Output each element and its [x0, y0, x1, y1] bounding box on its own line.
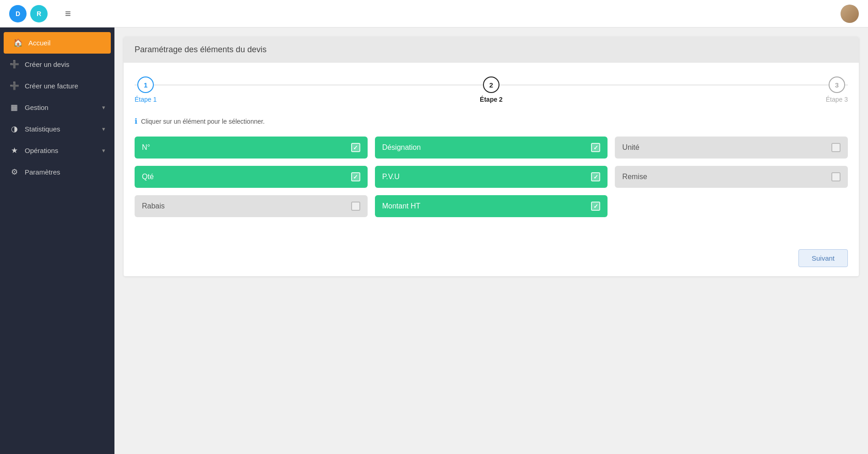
- avatar[interactable]: [841, 5, 859, 23]
- toggle-item-rabais[interactable]: Rabais: [135, 195, 368, 217]
- step-circle-2: 2: [483, 77, 499, 93]
- toggle-item-montant-ht[interactable]: Montant HT: [375, 195, 608, 217]
- sidebar-item-accueil[interactable]: 🏠 Accueil: [4, 32, 111, 54]
- step-circle-3: 3: [829, 77, 845, 93]
- creer-devis-icon: ➕: [9, 60, 19, 69]
- accueil-icon: 🏠: [13, 38, 23, 48]
- logo-area: D R ≡: [9, 5, 71, 22]
- step-circle-1: 1: [137, 77, 154, 93]
- stepper-steps: 1 Étape 1 2 Étape 2 3 Étape 3: [135, 77, 848, 103]
- toggle-label-remise: Remise: [622, 173, 647, 181]
- logo-d: D: [9, 5, 27, 22]
- gestion-arrow: ▾: [102, 104, 105, 111]
- operations-icon: ★: [9, 146, 19, 155]
- content-area: Paramétrage des éléments du devis 1 Étap…: [114, 27, 868, 454]
- toggle-label-rabais: Rabais: [142, 202, 165, 210]
- parametres-label: Paramètres: [25, 168, 105, 176]
- gestion-icon: ▦: [9, 103, 19, 112]
- toggle-item-remise[interactable]: Remise: [615, 166, 848, 188]
- toggle-checkbox-pvu: [591, 172, 600, 181]
- toggle-item-pvu[interactable]: P.V.U: [375, 166, 608, 188]
- sidebar-item-operations[interactable]: ★ Opérations ▾: [0, 140, 114, 161]
- step-2: 2 Étape 2: [480, 77, 503, 103]
- sidebar-item-statistiques[interactable]: ◑ Statistiques ▾: [0, 118, 114, 140]
- info-text: Cliquer sur un élément pour le sélection…: [141, 118, 265, 125]
- toggle-label-numero: N°: [142, 143, 150, 152]
- step-label-1: Étape 1: [135, 96, 157, 103]
- logo-r: R: [30, 5, 48, 22]
- step-1: 1 Étape 1: [135, 77, 157, 103]
- info-icon: ℹ: [135, 117, 137, 126]
- statistiques-icon: ◑: [9, 124, 19, 134]
- toggle-label-unite: Unité: [622, 143, 639, 152]
- toggle-item-numero[interactable]: N°: [135, 137, 368, 159]
- toggle-label-designation: Désignation: [382, 143, 421, 152]
- toggle-item-unite[interactable]: Unité: [615, 137, 848, 159]
- toggle-grid: N° Désignation Unité Qté P.V.U Remise Ra…: [135, 137, 848, 217]
- toggle-label-montant-ht: Montant HT: [382, 202, 421, 210]
- operations-label: Opérations: [25, 147, 97, 154]
- page-title: Paramétrage des éléments du devis: [135, 45, 266, 54]
- hamburger-menu[interactable]: ≡: [65, 8, 71, 20]
- toggle-checkbox-montant-ht: [591, 202, 600, 211]
- toggle-label-qte: Qté: [142, 173, 154, 181]
- page-header: Paramétrage des éléments du devis: [124, 37, 859, 63]
- toggle-checkbox-qte: [351, 172, 360, 181]
- creer-devis-label: Créer un devis: [25, 60, 105, 68]
- sidebar: 🏠 Accueil ➕ Créer un devis ➕ Créer une f…: [0, 27, 114, 454]
- suivant-button[interactable]: Suivant: [798, 249, 848, 267]
- toggle-checkbox-unite: [831, 143, 841, 152]
- sidebar-item-creer-facture[interactable]: ➕ Créer une facture: [0, 75, 114, 97]
- page-card: Paramétrage des éléments du devis 1 Étap…: [124, 37, 859, 276]
- toggle-item-designation[interactable]: Désignation: [375, 137, 608, 159]
- creer-facture-label: Créer une facture: [25, 82, 105, 90]
- parametres-icon: ⚙: [9, 167, 19, 177]
- accueil-label: Accueil: [28, 39, 102, 47]
- sidebar-item-gestion[interactable]: ▦ Gestion ▾: [0, 97, 114, 118]
- info-text-row: ℹ Cliquer sur un élément pour le sélecti…: [135, 117, 848, 126]
- main-layout: 🏠 Accueil ➕ Créer un devis ➕ Créer une f…: [0, 27, 868, 454]
- stepper: 1 Étape 1 2 Étape 2 3 Étape 3: [135, 77, 848, 103]
- toggle-checkbox-rabais: [351, 202, 360, 211]
- statistiques-label: Statistiques: [25, 125, 97, 133]
- operations-arrow: ▾: [102, 147, 105, 154]
- toggle-checkbox-designation: [591, 143, 600, 152]
- toggle-label-pvu: P.V.U: [382, 173, 400, 181]
- page-body: 1 Étape 1 2 Étape 2 3 Étape 3 ℹ Cliquer …: [124, 63, 859, 249]
- toggle-checkbox-remise: [831, 172, 841, 181]
- step-label-3: Étape 3: [826, 96, 848, 103]
- sidebar-item-parametres[interactable]: ⚙ Paramètres: [0, 161, 114, 183]
- toggle-item-qte[interactable]: Qté: [135, 166, 368, 188]
- sidebar-item-creer-devis[interactable]: ➕ Créer un devis: [0, 54, 114, 75]
- avatar-image: [841, 5, 859, 23]
- gestion-label: Gestion: [25, 104, 97, 111]
- toggle-checkbox-numero: [351, 143, 360, 152]
- page-footer: Suivant: [124, 249, 859, 276]
- statistiques-arrow: ▾: [102, 126, 105, 132]
- step-label-2: Étape 2: [480, 96, 503, 103]
- creer-facture-icon: ➕: [9, 81, 19, 91]
- step-3: 3 Étape 3: [826, 77, 848, 103]
- topbar: D R ≡: [0, 0, 868, 27]
